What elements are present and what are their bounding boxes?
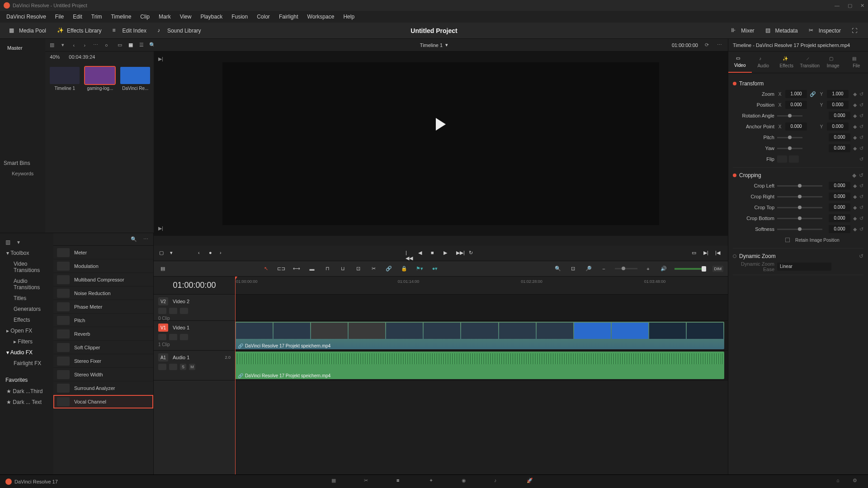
inspector-tab-effects[interactable]: ✨Effects [775,52,798,73]
menu-playback[interactable]: Playback [197,12,226,21]
crop-bottom-slider[interactable] [777,218,822,219]
reset-icon[interactable]: ↺ [859,102,863,108]
close-icon[interactable]: ✕ [860,3,864,9]
fx-stereo-fixer[interactable]: Stereo Fixer [53,354,153,368]
reset-icon[interactable]: ↺ [859,183,863,189]
flip-h-button[interactable] [777,155,787,163]
timeline-tracks[interactable]: 01:00:00:00 01:01:14:00 01:02:28:00 01:0… [235,277,728,474]
marker-dot-icon[interactable]: ● [209,250,216,257]
fx-reverb[interactable]: Reverb [53,327,153,341]
viewer-options-icon[interactable]: ⋯ [715,41,723,49]
timeline-ruler[interactable]: 01:00:00:00 01:01:14:00 01:02:28:00 01:0… [235,277,728,295]
clip-thumb-davinci[interactable]: DaVinci Re... [120,67,150,91]
softness-input[interactable]: 0.000 [829,225,850,233]
audio-clip[interactable]: 🔗DaVinci Resolve 17 Projekt speichern.mp… [235,352,724,379]
yaw-slider[interactable] [777,148,802,149]
track-a1[interactable]: 🔗DaVinci Resolve 17 Projekt speichern.mp… [235,351,728,380]
keyframe-icon[interactable]: ◆ [853,194,857,200]
fx-meter[interactable]: Meter [53,246,153,259]
keyframe-icon[interactable]: ◆ [853,145,857,151]
keyframe-icon[interactable]: ◆ [853,124,857,130]
track-head-v1[interactable]: V1Video 1 1 Clip [154,321,235,351]
timeline-viewer[interactable]: ▶| ▶| [154,52,728,236]
zoom-out-icon[interactable]: − [599,264,609,273]
fav-dark-text[interactable]: ★ Dark ... Text [2,397,52,408]
first-frame-icon[interactable]: ‹ [198,250,205,257]
smart-bins-header[interactable]: Smart Bins [4,157,42,169]
blade-tool-icon[interactable]: ▬ [307,264,316,273]
transform-header[interactable]: Transform [733,79,863,89]
softness-slider[interactable] [777,229,822,230]
cut-page-icon[interactable]: ✂ [364,478,374,486]
pitch-slider[interactable] [777,137,802,138]
crop-bottom-input[interactable]: 0.000 [829,214,850,222]
filters-item[interactable]: ▸ Filters [2,336,52,347]
trim-tool-icon[interactable]: ⊏⊐ [277,264,286,273]
keyframe-icon[interactable]: ◆ [853,226,857,232]
overwrite-icon[interactable]: ⊔ [338,264,347,273]
inspector-tab-image[interactable]: ▢Image [821,52,845,73]
bin-view-icon[interactable]: ▥ [48,41,56,49]
volume-icon[interactable]: 🔊 [659,264,668,273]
crop-left-input[interactable]: 0.000 [829,182,850,190]
color-page-icon[interactable]: ◉ [462,478,472,486]
disable-track-icon[interactable] [180,308,188,314]
fusion-page-icon[interactable]: ✦ [429,478,439,486]
next-icon[interactable]: › [80,41,89,49]
marker-icon[interactable]: ●▾ [430,264,439,273]
keyframe-icon[interactable]: ◆ [853,102,857,108]
home-icon[interactable]: ⌂ [836,478,846,486]
menu-file[interactable]: File [52,12,67,21]
reset-icon[interactable]: ↺ [859,113,863,119]
reset-icon[interactable]: ↺ [859,91,863,97]
zoom-in-icon[interactable]: + [644,264,653,273]
razor-icon[interactable]: ✂ [369,264,378,273]
keyframe-icon[interactable]: ◆ [852,172,856,178]
zoom-detail-icon[interactable]: 🔎 [584,264,593,273]
menu-view[interactable]: View [176,12,195,21]
rotation-slider[interactable] [777,115,802,117]
menu-color[interactable]: Color [253,12,274,21]
reset-icon[interactable]: ↺ [859,135,863,141]
link-icon[interactable]: 🔗 [384,264,393,273]
pos-y-input[interactable]: 0.000 [827,101,849,109]
generators-item[interactable]: Generators [2,304,52,314]
thumb-view-icon[interactable]: ▦ [127,41,135,49]
record-icon[interactable]: ○ [102,41,110,49]
lock-track-icon[interactable] [158,334,166,340]
video-transitions-item[interactable]: Video Transitions [2,258,52,276]
crop-left-slider[interactable] [777,185,822,187]
reset-icon[interactable]: ↺ [859,205,863,211]
zoom-fit-icon[interactable]: ⊡ [569,264,578,273]
cropping-header[interactable]: Cropping◆↺ [733,170,863,180]
track-v1[interactable]: 🔗DaVinci Resolve 17 Projekt speichern.mp… [235,321,728,351]
reset-icon[interactable]: ↺ [859,194,863,200]
stop-icon[interactable]: ■ [431,250,438,257]
retain-checkbox[interactable] [785,238,790,242]
fx-modulation[interactable]: Modulation [53,259,153,273]
metadata-button[interactable]: ▤Metadata [761,25,802,36]
auto-select-icon[interactable] [169,364,177,370]
keyframe-icon[interactable]: ◆ [853,113,857,119]
prev-frame-icon[interactable]: ◀ [418,250,425,257]
strip-view-icon[interactable]: ▭ [116,41,124,49]
menu-workspace[interactable]: Workspace [304,12,338,21]
fx-phase-meter[interactable]: Phase Meter [53,300,153,314]
zoom-y-input[interactable]: 1.000 [827,90,849,98]
edit-index-button[interactable]: ≡Edit Index [108,25,151,36]
track-head-a1[interactable]: A1Audio 12.0 SM [154,351,235,380]
pitch-input[interactable]: 0.000 [829,133,850,141]
disable-track-icon[interactable] [180,334,188,340]
play-button-icon[interactable]: ▶ [443,250,451,257]
keyframe-icon[interactable]: ◆ [853,205,857,211]
selection-tool-icon[interactable]: ↖ [261,264,270,273]
list-view-icon[interactable]: ☰ [137,41,146,49]
menu-edit[interactable]: Edit [69,12,86,21]
clip-thumb-timeline[interactable]: Timeline 1 [50,67,80,91]
mute-button[interactable]: M [189,364,195,370]
fx-search-icon[interactable]: 🔍 [130,235,138,244]
master-bin[interactable]: Master [4,42,42,53]
crop-top-slider[interactable] [777,207,822,208]
reset-icon[interactable]: ↺ [859,124,863,130]
viewer-zoom[interactable]: 40% [50,54,60,60]
